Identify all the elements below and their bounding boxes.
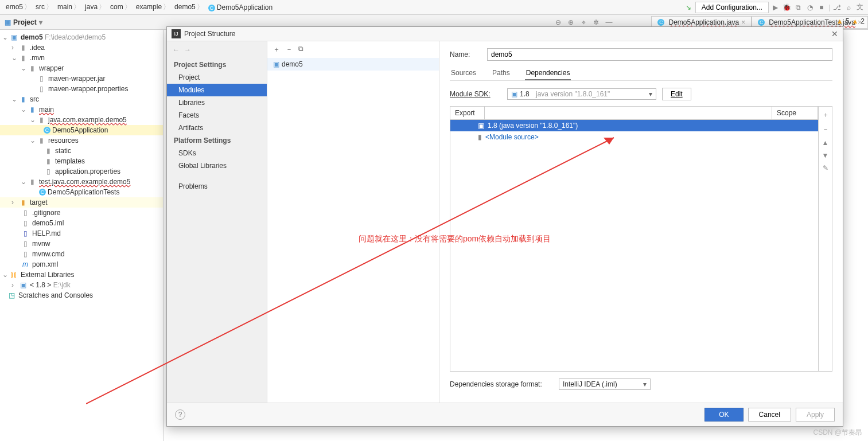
sidebar-item-global-libraries[interactable]: Global Libraries	[167, 159, 267, 172]
select-icon[interactable]: ⌖	[579, 18, 588, 27]
module-list-item[interactable]: ▣ demo5	[267, 58, 439, 71]
intellij-icon: IJ	[172, 29, 181, 38]
project-icon: ▣	[5, 18, 11, 26]
up-icon[interactable]: ▲	[822, 139, 829, 147]
folder-icon: ▮	[28, 106, 37, 114]
edit-icon[interactable]: ✎	[823, 164, 828, 172]
copy-icon[interactable]: ⧉	[298, 45, 303, 54]
cancel-button[interactable]: Cancel	[748, 408, 791, 422]
file-icon: ▯	[21, 209, 30, 217]
folder-icon: ▮	[37, 136, 46, 145]
add-icon[interactable]: ＋	[273, 45, 280, 54]
jdk-icon: ▣	[511, 90, 517, 98]
crumb[interactable]: java	[83, 2, 108, 12]
add-configuration-button[interactable]: Add Configuration...	[695, 2, 769, 13]
name-label: Name:	[450, 50, 481, 58]
column-scope[interactable]: Scope	[772, 107, 818, 119]
add-icon[interactable]: ＋	[822, 110, 829, 120]
sidebar-item-artifacts[interactable]: Artifacts	[167, 122, 267, 134]
close-icon[interactable]: ×	[741, 18, 745, 26]
module-sdk-label: Module SDK:	[450, 90, 501, 98]
sidebar-item-sdks[interactable]: SDKs	[167, 147, 267, 159]
sidebar-item-modules[interactable]: Modules	[167, 84, 267, 96]
sidebar-item-libraries[interactable]: Libraries	[167, 96, 267, 109]
dialog-sidebar: ←→ Project Settings Project Modules Libr…	[167, 41, 267, 403]
expand-icon[interactable]: ⊕	[566, 18, 575, 27]
git-icon[interactable]: ⎇	[832, 3, 842, 12]
module-details-panel: Name: Sources Paths Dependencies Module …	[439, 41, 843, 403]
hammer-icon[interactable]: ↘	[684, 3, 693, 12]
remove-icon[interactable]: －	[822, 124, 829, 134]
file-icon: ▯	[21, 219, 30, 227]
dialog-footer: ? OK Cancel Apply	[167, 403, 843, 426]
tab-sources[interactable]: Sources	[450, 67, 477, 80]
column-export[interactable]: Export	[450, 107, 485, 119]
back-icon[interactable]: ←	[173, 46, 180, 54]
tab-dependencies[interactable]: Dependencies	[525, 67, 571, 80]
status-bar-right: ▲5 ▲2	[836, 17, 865, 25]
project-tool-window-label[interactable]: ▣ Project ▾	[0, 18, 47, 26]
breadcrumb-bar: emo5 src main java com example demo5 CDe…	[0, 0, 868, 15]
project-structure-dialog: IJ Project Structure ✕ ←→ Project Settin…	[166, 26, 843, 427]
remove-icon[interactable]: －	[286, 45, 293, 54]
folder-icon: ▮	[37, 116, 46, 124]
sidebar-item-project[interactable]: Project	[167, 71, 267, 84]
collapse-icon[interactable]: ⊖	[554, 18, 563, 27]
sidebar-item-problems[interactable]: Problems	[167, 180, 267, 193]
edit-button[interactable]: Edit	[662, 88, 691, 100]
jar-icon: ▯	[37, 75, 46, 83]
forward-icon[interactable]: →	[184, 46, 191, 54]
class-icon: C	[657, 19, 664, 26]
dependency-row[interactable]: ▮ <Module source>	[450, 131, 818, 143]
profile-icon[interactable]: ◔	[805, 3, 815, 12]
sidebar-heading: Project Settings	[167, 58, 267, 71]
tab-paths[interactable]: Paths	[491, 67, 511, 80]
folder-icon: ▮	[44, 147, 53, 155]
jdk-icon: ▣	[18, 281, 28, 289]
folder-icon: ▮	[18, 95, 28, 103]
run-icon[interactable]: ▶	[771, 3, 780, 12]
folder-icon: ▮	[18, 198, 28, 206]
folder-icon: ▮	[28, 178, 37, 186]
class-icon: C	[39, 189, 46, 196]
sidebar-heading: Platform Settings	[167, 134, 267, 147]
class-icon: C	[44, 127, 50, 134]
hide-icon[interactable]: —	[604, 18, 613, 27]
module-sdk-select[interactable]: ▣ 1.8 java version "1.8.0_161"	[507, 88, 656, 100]
translate-icon[interactable]: 文	[855, 3, 865, 12]
sidebar-item-facets[interactable]: Facets	[167, 109, 267, 122]
crumb[interactable]: src	[33, 2, 55, 12]
dependencies-table: Export Scope ▣ 1.8 (java version "1.8.0_…	[450, 106, 832, 372]
apply-button[interactable]: Apply	[796, 408, 835, 422]
storage-format-label: Dependencies storage format:	[450, 380, 553, 388]
settings-icon[interactable]: ✲	[591, 18, 601, 27]
dependency-row[interactable]: ▣ 1.8 (java version "1.8.0_161")	[450, 120, 818, 131]
stop-icon[interactable]: ■	[817, 3, 826, 12]
maven-icon: m	[21, 260, 30, 268]
help-icon[interactable]: ?	[175, 409, 185, 420]
class-icon: C	[758, 19, 765, 26]
crumb[interactable]: main	[55, 2, 83, 12]
crumb[interactable]: com	[108, 2, 134, 12]
warning-icon: ▲	[836, 17, 843, 25]
coverage-icon[interactable]: ⧉	[794, 3, 803, 12]
md-icon: ▯	[21, 229, 30, 237]
warning-icon: ▲	[851, 17, 858, 25]
scratch-icon: ◳	[7, 291, 16, 299]
down-icon[interactable]: ▼	[822, 151, 829, 159]
file-icon: ▯	[21, 240, 30, 248]
crumb[interactable]: demo5	[172, 2, 206, 12]
project-tree[interactable]: ⌄▣demo5 F:\idea\code\demo5 ›▮.idea ⌄▮.mv…	[0, 30, 164, 441]
crumb[interactable]: CDemo5Application	[206, 3, 275, 11]
column-dependency	[485, 107, 772, 119]
storage-format-select[interactable]: IntelliJ IDEA (.iml)	[559, 378, 651, 390]
close-icon[interactable]: ✕	[831, 29, 838, 38]
class-icon: C	[208, 5, 215, 11]
crumb[interactable]: example	[134, 2, 172, 12]
crumb[interactable]: emo5	[3, 2, 33, 12]
source-icon: ▮	[478, 133, 482, 141]
debug-icon[interactable]: 🐞	[783, 3, 792, 12]
search-icon[interactable]: ⌕	[844, 3, 853, 12]
ok-button[interactable]: OK	[704, 408, 743, 422]
module-name-input[interactable]	[487, 48, 832, 61]
